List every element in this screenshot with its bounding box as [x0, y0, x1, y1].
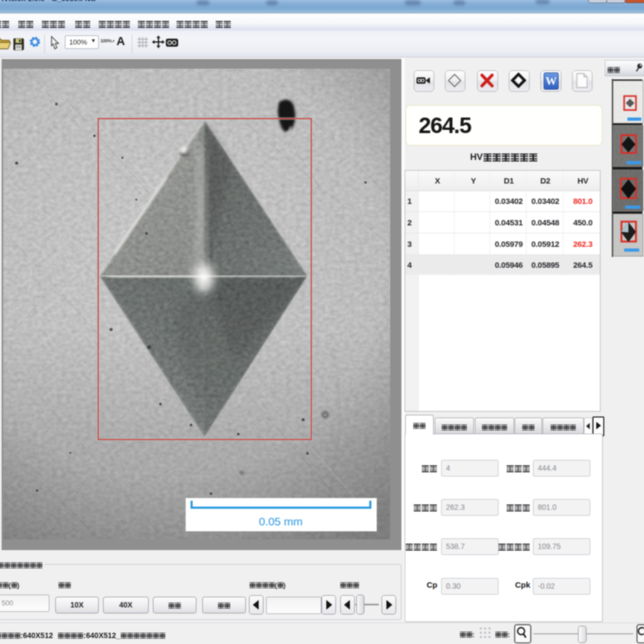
svg-text:0.05 mm: 0.05 mm	[259, 515, 303, 528]
